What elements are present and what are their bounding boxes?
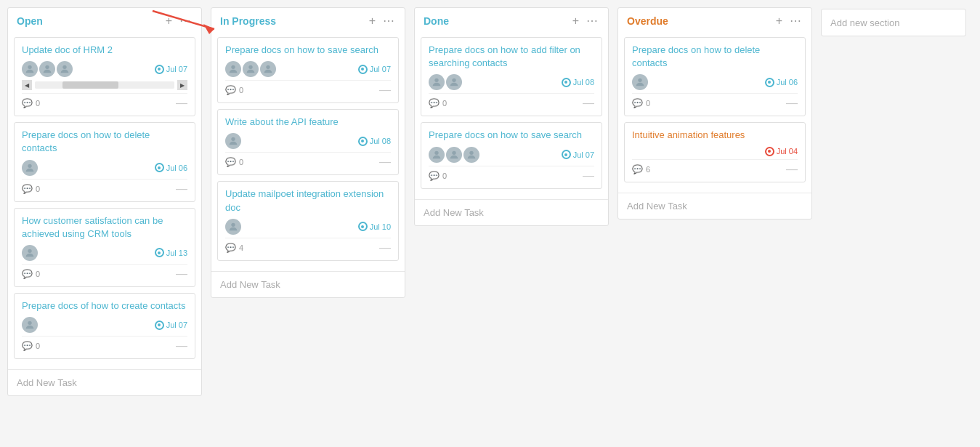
column-add-btn-overdue[interactable]: +	[774, 15, 784, 27]
task-date-text: Jul 10	[370, 222, 391, 231]
task-footer: 💬 4 —	[225, 238, 391, 254]
comment-icon: 💬	[225, 243, 236, 253]
add-task-btn-in-progress[interactable]: Add New Task	[211, 271, 405, 297]
svg-point-18	[638, 78, 641, 82]
column-add-btn-done[interactable]: +	[571, 15, 580, 27]
task-dash: —	[379, 84, 391, 97]
scroll-right-btn[interactable]: ▶	[177, 80, 187, 90]
task-dash: —	[379, 241, 391, 254]
scroll-left-btn[interactable]: ◀	[22, 80, 32, 90]
task-card[interactable]: How customer satisfaction can be achieve…	[14, 208, 195, 287]
column-menu-btn-in-progress[interactable]: ⋯	[381, 15, 396, 27]
avatar	[225, 133, 241, 149]
column-in-progress: In Progress + ⋯ Prepare docs on how to s…	[211, 7, 405, 298]
avatar	[22, 160, 38, 176]
task-date-text: Jul 13	[166, 249, 187, 257]
task-meta: Jul 07	[225, 61, 391, 77]
add-task-btn-open[interactable]: Add New Task	[8, 369, 201, 395]
task-dash: —	[379, 156, 391, 169]
add-task-btn-overdue[interactable]: Add New Task	[618, 193, 811, 219]
svg-point-13	[434, 78, 438, 82]
task-dash: —	[176, 97, 187, 110]
column-body-open: Update doc of HRM 2 Jul 07 ◀	[8, 33, 201, 369]
column-add-btn-in-progress[interactable]: +	[368, 15, 377, 27]
comment-count: 0	[239, 158, 243, 166]
task-card[interactable]: Update doc of HRM 2 Jul 07 ◀	[14, 37, 195, 116]
task-date: Jul 07	[358, 65, 391, 74]
task-comments: 💬 0	[22, 98, 40, 108]
comment-icon: 💬	[632, 98, 643, 108]
task-date-text: Jul 07	[573, 150, 594, 159]
task-card[interactable]: Prepare docs on how to save search Jul 0…	[217, 37, 399, 103]
task-card[interactable]: Prepare docs on how to save search Jul 0…	[421, 122, 602, 188]
avatar	[225, 61, 241, 77]
task-card[interactable]: Prepare docs on how to add filter on sea…	[421, 37, 602, 116]
add-new-section-btn[interactable]: Add new section	[821, 9, 966, 36]
svg-point-4	[62, 65, 66, 69]
scroll-thumb	[62, 81, 118, 89]
task-avatars	[225, 133, 241, 149]
task-meta: Jul 07	[22, 317, 187, 333]
task-comments: 💬 0	[225, 85, 243, 95]
avatar	[446, 74, 462, 90]
task-card[interactable]: Write about the API feature Jul 08 💬 0 —	[217, 109, 399, 175]
column-menu-btn-overdue[interactable]: ⋯	[788, 15, 803, 27]
svg-point-15	[434, 150, 438, 154]
task-avatars	[22, 160, 38, 176]
task-title: Prepare docs of how to create contacts	[22, 299, 187, 313]
task-avatars	[429, 74, 462, 90]
task-meta: Jul 04	[632, 147, 798, 156]
task-meta: Jul 08	[429, 74, 594, 90]
task-comments: 💬 0	[22, 184, 40, 194]
task-meta: Jul 06	[22, 160, 187, 176]
scroll-bar[interactable]: ◀ ▶	[22, 80, 187, 90]
task-date-text: Jul 04	[777, 147, 798, 156]
svg-point-17	[469, 150, 473, 154]
svg-point-9	[248, 65, 252, 69]
task-avatars	[22, 245, 38, 261]
task-date: Jul 08	[562, 78, 594, 87]
task-card[interactable]: Prepare docs of how to create contacts J…	[14, 293, 195, 359]
comment-icon: 💬	[22, 269, 33, 279]
column-header-done: Done + ⋯	[415, 8, 608, 33]
task-date-text: Jul 08	[370, 137, 391, 145]
comment-count: 6	[646, 165, 650, 174]
svg-marker-1	[203, 24, 214, 34]
task-comments: 💬 0	[429, 98, 447, 108]
task-card[interactable]: Update mailpoet integration extension do…	[217, 181, 399, 260]
task-date-text: Jul 07	[166, 65, 187, 73]
task-card[interactable]: Prepare docs on how to delete contacts J…	[14, 122, 195, 201]
task-date: Jul 13	[155, 248, 187, 257]
svg-point-16	[452, 150, 455, 154]
task-dash: —	[583, 97, 594, 110]
avatar	[446, 147, 462, 163]
task-card[interactable]: Intuitive animation features Jul 04 💬 6 …	[624, 122, 806, 182]
task-date: Jul 07	[155, 65, 187, 74]
task-date: Jul 07	[562, 150, 594, 159]
comment-icon: 💬	[225, 85, 236, 95]
task-meta: Jul 10	[225, 219, 391, 235]
add-task-btn-done[interactable]: Add New Task	[415, 199, 608, 225]
svg-point-6	[28, 249, 31, 253]
comment-icon: 💬	[632, 164, 643, 174]
task-title: Prepare docs on how to save search	[429, 129, 594, 142]
comment-count: 0	[442, 172, 447, 180]
task-footer: 💬 0 —	[429, 166, 594, 182]
task-date-text: Jul 06	[777, 78, 798, 86]
comment-count: 0	[239, 86, 243, 94]
avatar	[260, 61, 276, 77]
svg-point-2	[28, 65, 31, 69]
task-title: Prepare docs on how to delete contacts	[632, 44, 798, 70]
comment-count: 0	[442, 99, 447, 108]
comment-icon: 💬	[22, 184, 33, 194]
task-dash: —	[176, 339, 187, 353]
column-actions-in-progress: + ⋯	[368, 15, 396, 27]
avatar	[463, 147, 479, 163]
task-avatars	[632, 74, 648, 90]
task-footer: 💬 0 —	[22, 336, 187, 353]
task-card[interactable]: Prepare docs on how to delete contacts J…	[624, 37, 806, 116]
task-meta: Jul 07	[22, 61, 187, 77]
task-meta: Jul 07	[429, 147, 594, 163]
comment-icon: 💬	[225, 157, 236, 167]
column-menu-btn-done[interactable]: ⋯	[585, 15, 599, 27]
